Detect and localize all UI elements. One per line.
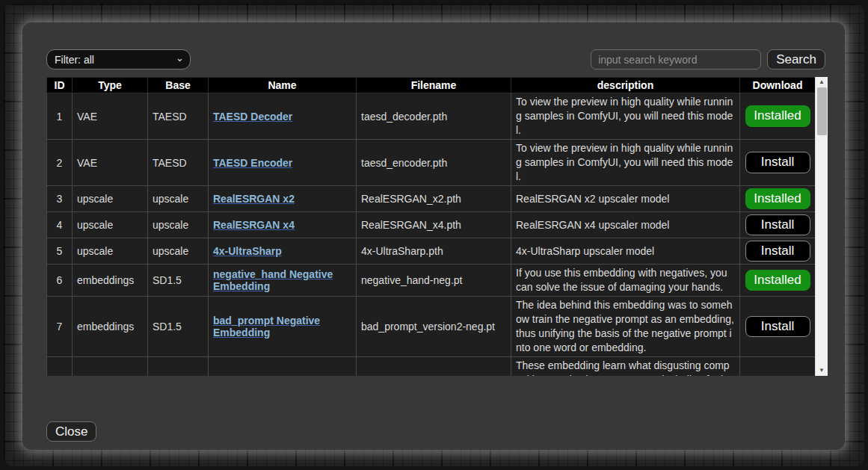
table-row: 4 upscale upscale RealESRGAN x4 RealESRG… [47, 212, 816, 238]
scroll-down-icon[interactable]: ▼ [816, 365, 828, 376]
scroll-up-icon[interactable]: ▲ [816, 77, 828, 87]
column-header-filename: Filename [357, 78, 511, 93]
cell-type: embeddings [73, 265, 148, 297]
search-button[interactable]: Search [767, 49, 825, 69]
cell-description: 4x-UltraSharp upscaler model [511, 238, 740, 265]
install-button[interactable]: Installed [745, 105, 810, 126]
search-input[interactable] [591, 49, 761, 69]
model-name-link[interactable]: RealESRGAN x2 [213, 193, 295, 205]
install-button[interactable]: Installed [745, 270, 810, 291]
cell-id: 4 [47, 212, 73, 238]
model-table-body: 1 VAE TAESD TAESD Decoder taesd_decoder.… [47, 93, 816, 377]
install-button[interactable]: Install [745, 214, 810, 235]
cell-download: Install [740, 140, 816, 186]
cell-filename: taesd_decoder.pth [357, 93, 511, 140]
cell-base: TAESD [148, 93, 209, 140]
cell-base: upscale [148, 212, 209, 238]
model-table: ID Type Base Name Filename description D… [46, 77, 815, 376]
cell-id: 7 [47, 297, 73, 357]
cell-type: VAE [73, 93, 148, 140]
table-viewport: ID Type Base Name Filename description D… [46, 77, 815, 376]
cell-id: 3 [47, 186, 73, 212]
cell-base: SD1.5 [148, 265, 209, 297]
table-scrollbar[interactable]: ▲ ▼ [815, 77, 828, 376]
cell-download [740, 357, 816, 377]
table-row: 5 upscale upscale 4x-UltraSharp 4x-Ultra… [47, 238, 816, 265]
cell-name: negative_hand Negative Embedding [209, 265, 357, 297]
install-button[interactable]: Install [745, 152, 810, 173]
cell-type: upscale [73, 186, 148, 212]
table-row: 7 embeddings SD1.5 bad_prompt Negative E… [47, 297, 816, 357]
cell-download: Installed [740, 93, 816, 140]
cell-filename: RealESRGAN_x4.pth [357, 212, 511, 238]
cell-download: Install [740, 238, 816, 265]
column-header-description: description [511, 78, 740, 93]
table-row: These embedding learn what disgusting co… [47, 357, 816, 377]
model-name-link[interactable]: TAESD Encoder [213, 157, 292, 169]
cell-id: 2 [47, 140, 73, 186]
cell-name: 4x-UltraSharp [209, 238, 357, 265]
model-name-link[interactable]: TAESD Decoder [213, 111, 292, 123]
cell-id: 1 [47, 93, 73, 140]
cell-filename: bad_prompt_version2-neg.pt [357, 297, 511, 357]
cell-name: TAESD Decoder [209, 93, 357, 140]
cell-name: RealESRGAN x4 [209, 212, 357, 238]
cell-base: upscale [148, 238, 209, 265]
filter-select[interactable]: Filter: all [46, 49, 191, 69]
cell-filename: RealESRGAN_x2.pth [357, 186, 511, 212]
cell-description: If you use this embedding with negatives… [511, 265, 740, 297]
table-row: 1 VAE TAESD TAESD Decoder taesd_decoder.… [47, 93, 816, 140]
cell-description: The idea behind this embedding was to so… [511, 297, 740, 357]
cell-download: Install [740, 297, 816, 357]
close-button[interactable]: Close [46, 421, 96, 442]
cell-description: To view the preview in high quality whil… [511, 93, 740, 140]
table-header-row: ID Type Base Name Filename description D… [47, 78, 816, 93]
cell-type: VAE [73, 140, 148, 186]
cell-filename: negative_hand-neg.pt [357, 265, 511, 297]
cell-name: TAESD Encoder [209, 140, 357, 186]
cell-id: 5 [47, 238, 73, 265]
dialog-toolbar: Filter: all ⌄ Search [46, 49, 825, 72]
cell-name: RealESRGAN x2 [209, 186, 357, 212]
cell-name: bad_prompt Negative Embedding [209, 297, 357, 357]
model-name-link[interactable]: negative_hand Negative Embedding [213, 268, 333, 292]
cell-download: Installed [740, 265, 816, 297]
cell-name [209, 357, 357, 377]
cell-type: embeddings [73, 297, 148, 357]
scrollbar-thumb[interactable] [817, 87, 827, 135]
cell-base: upscale [148, 186, 209, 212]
cell-base: TAESD [148, 140, 209, 186]
table-row: 6 embeddings SD1.5 negative_hand Negativ… [47, 265, 816, 297]
cell-base: SD1.5 [148, 297, 209, 357]
cell-id: 6 [47, 265, 73, 297]
cell-filename [357, 357, 511, 377]
table-row: 3 upscale upscale RealESRGAN x2 RealESRG… [47, 186, 816, 212]
cell-base [148, 357, 209, 377]
cell-filename: taesd_encoder.pth [357, 140, 511, 186]
model-name-link[interactable]: bad_prompt Negative Embedding [213, 315, 320, 338]
column-header-base: Base [148, 78, 209, 93]
cell-description: These embedding learn what disgusting co… [511, 357, 740, 377]
cell-download: Installed [740, 186, 816, 212]
model-table-zone: ID Type Base Name Filename description D… [46, 77, 828, 376]
cell-id [47, 357, 73, 377]
cell-type: upscale [73, 212, 148, 238]
column-header-name: Name [209, 78, 357, 93]
filter-select-wrap: Filter: all ⌄ [46, 49, 191, 69]
model-name-link[interactable]: 4x-UltraSharp [213, 245, 282, 257]
model-install-dialog: Filter: all ⌄ Search ID Type Base [22, 22, 845, 450]
cell-filename: 4x-UltraSharp.pth [357, 238, 511, 265]
table-row: 2 VAE TAESD TAESD Encoder taesd_encoder.… [47, 140, 816, 186]
install-button[interactable]: Installed [745, 188, 810, 209]
column-header-id: ID [47, 78, 73, 93]
install-button[interactable]: Install [745, 241, 810, 262]
install-button[interactable]: Install [745, 316, 810, 337]
search-group: Search [591, 49, 825, 69]
cell-type: upscale [73, 238, 148, 265]
close-row: Close [46, 421, 96, 442]
cell-description: RealESRGAN x4 upscaler model [511, 212, 740, 238]
column-header-download: Download [740, 78, 816, 93]
cell-download: Install [740, 212, 816, 238]
cell-description: RealESRGAN x2 upscaler model [511, 186, 740, 212]
model-name-link[interactable]: RealESRGAN x4 [213, 219, 295, 231]
